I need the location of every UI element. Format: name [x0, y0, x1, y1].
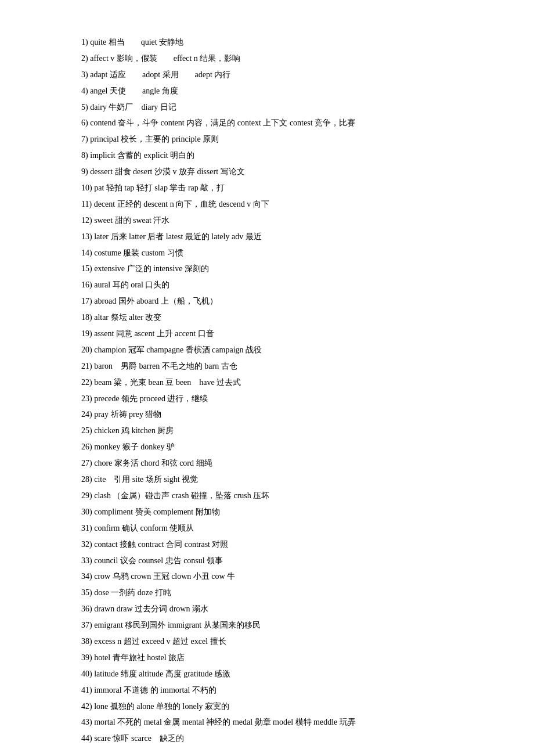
list-item: 33) council 议会 counsel 忠告 consul 领事	[81, 553, 453, 568]
list-item: 24) pray 祈祷 prey 猎物	[81, 407, 453, 422]
list-item: 15) extensive 广泛的 intensive 深刻的	[81, 261, 453, 276]
list-item: 16) aural 耳的 oral 口头的	[81, 278, 453, 293]
list-item: 19) assent 同意 ascent 上升 accent 口音	[81, 326, 453, 341]
list-item: 5) dairy 牛奶厂 diary 日记	[81, 100, 453, 115]
list-item: 32) contact 接触 contract 合同 contrast 对照	[81, 537, 453, 552]
list-item: 6) contend 奋斗，斗争 content 内容，满足的 context …	[81, 116, 453, 131]
list-item: 26) monkey 猴子 donkey 驴	[81, 440, 453, 455]
list-item: 23) precede 领先 proceed 进行，继续	[81, 391, 453, 406]
list-item: 44) scare 惊吓 scarce 缺乏的	[81, 731, 453, 746]
list-item: 11) decent 正经的 descent n 向下，血统 descend v…	[81, 197, 453, 212]
list-item: 41) immoral 不道德 的 immortal 不朽的	[81, 683, 453, 698]
list-item: 38) excess n 超过 exceed v 超过 excel 擅长	[81, 634, 453, 649]
list-item: 28) cite 引用 site 场所 sight 视觉	[81, 472, 453, 487]
list-item: 36) drawn draw 过去分词 drown 溺水	[81, 602, 453, 617]
list-item: 22) beam 梁，光束 bean 豆 been have 过去式	[81, 375, 453, 390]
list-item: 10) pat 轻拍 tap 轻打 slap 掌击 rap 敲，打	[81, 181, 453, 196]
list-item: 39) hotel 青年旅社 hostel 旅店	[81, 650, 453, 665]
list-item: 40) latitude 纬度 altitude 高度 gratitude 感激	[81, 667, 453, 682]
list-item: 18) altar 祭坛 alter 改变	[81, 310, 453, 325]
list-item: 14) costume 服装 custom 习惯	[81, 246, 453, 261]
list-item: 2) affect v 影响，假装 effect n 结果，影响	[81, 51, 453, 66]
list-item: 4) angel 天使 angle 角度	[81, 84, 453, 99]
vocabulary-list: 1) quite 相当 quiet 安静地2) affect v 影响，假装 e…	[81, 35, 453, 746]
list-item: 34) crow 乌鸦 crown 王冠 clown 小丑 cow 牛	[81, 569, 453, 584]
list-item: 17) abroad 国外 aboard 上（船，飞机）	[81, 294, 453, 309]
list-item: 13) later 后来 latter 后者 latest 最近的 lately…	[81, 229, 453, 244]
list-item: 1) quite 相当 quiet 安静地	[81, 35, 453, 50]
list-item: 42) lone 孤独的 alone 单独的 lonely 寂寞的	[81, 699, 453, 714]
list-item: 7) principal 校长，主要的 principle 原则	[81, 132, 453, 147]
list-item: 9) dessert 甜食 desert 沙漠 v 放弃 dissert 写论文	[81, 164, 453, 179]
list-item: 21) baron 男爵 barren 不毛之地的 barn 古仓	[81, 359, 453, 374]
list-item: 29) clash （金属）碰击声 crash 碰撞，坠落 crush 压坏	[81, 488, 453, 503]
list-item: 12) sweet 甜的 sweat 汗水	[81, 213, 453, 228]
list-item: 8) implicit 含蓄的 explicit 明白的	[81, 148, 453, 163]
list-item: 43) mortal 不死的 metal 金属 mental 神经的 medal…	[81, 715, 453, 730]
list-item: 27) chore 家务活 chord 和弦 cord 细绳	[81, 456, 453, 471]
list-item: 35) dose 一剂药 doze 打盹	[81, 585, 453, 600]
list-item: 30) compliment 赞美 complement 附加物	[81, 505, 453, 520]
list-item: 31) confirm 确认 conform 使顺从	[81, 521, 453, 536]
list-item: 3) adapt 适应 adopt 采用 adept 内行	[81, 67, 453, 82]
list-item: 25) chicken 鸡 kitchen 厨房	[81, 423, 453, 438]
list-item: 20) champion 冠军 champagne 香槟酒 campaign 战…	[81, 343, 453, 358]
list-item: 37) emigrant 移民到国外 immigrant 从某国来的移民	[81, 618, 453, 633]
